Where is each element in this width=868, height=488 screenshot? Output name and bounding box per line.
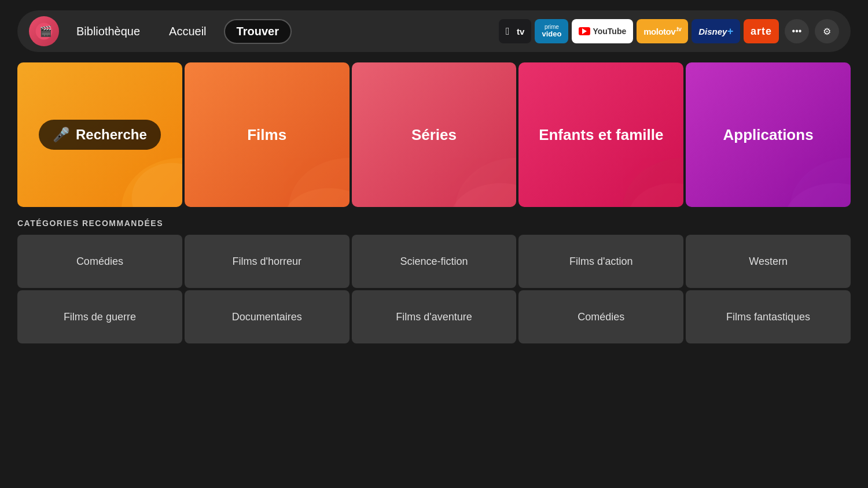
nav-trouver[interactable]: Trouver xyxy=(224,19,292,44)
tile-recherche[interactable]: 🎤 Recherche xyxy=(17,62,182,207)
microphone-icon: 🎤 xyxy=(53,127,70,143)
films-label: Films xyxy=(247,126,286,144)
applications-label: Applications xyxy=(723,126,814,144)
svg-text:🎬: 🎬 xyxy=(39,25,52,38)
category-tile[interactable]: Comédies xyxy=(17,235,182,288)
app-logo[interactable]: 🎬 xyxy=(29,16,59,46)
category-tile[interactable]: Documentaires xyxy=(185,290,350,343)
series-label: Séries xyxy=(411,126,457,144)
categories-section: CATÉGORIES RECOMMANDÉES ComédiesFilms d'… xyxy=(17,219,851,343)
nav-accueil[interactable]: Accueil xyxy=(157,20,218,43)
category-tile[interactable]: Films d'horreur xyxy=(185,235,350,288)
service-logos:  tv prime video YouTube molotov.tv Disn… xyxy=(499,19,779,43)
categories-title: CATÉGORIES RECOMMANDÉES xyxy=(17,219,851,228)
category-tile[interactable]: Films d'action xyxy=(518,235,683,288)
enfants-label: Enfants et famille xyxy=(539,126,663,144)
category-tile[interactable]: Films d'aventure xyxy=(352,290,517,343)
category-tile[interactable]: Films de guerre xyxy=(17,290,182,343)
tile-applications[interactable]: Applications xyxy=(686,62,851,207)
tile-enfants[interactable]: Enfants et famille xyxy=(518,62,683,207)
category-tile[interactable]: Films fantastiques xyxy=(686,290,851,343)
settings-button[interactable]: ⚙ xyxy=(815,19,839,43)
main-tiles-grid: 🎤 Recherche Films Séries Enfants et fami… xyxy=(17,62,851,207)
service-appletv[interactable]:  tv xyxy=(499,19,531,43)
youtube-logo: YouTube xyxy=(579,27,626,36)
category-tile[interactable]: Western xyxy=(686,235,851,288)
header: 🎬 Bibliothèque Accueil Trouver  tv prim… xyxy=(17,10,851,52)
service-disney[interactable]: Disney+ xyxy=(692,19,740,43)
tile-series[interactable]: Séries xyxy=(352,62,517,207)
category-tile[interactable]: Science-fiction xyxy=(352,235,517,288)
service-prime[interactable]: prime video xyxy=(535,19,568,43)
tile-films[interactable]: Films xyxy=(185,62,350,207)
svg-point-3 xyxy=(131,163,182,207)
nav-bibliotheque[interactable]: Bibliothèque xyxy=(65,20,152,43)
service-arte[interactable]: arte xyxy=(744,19,779,43)
service-molotov[interactable]: molotov.tv xyxy=(637,19,688,43)
service-youtube[interactable]: YouTube xyxy=(572,19,633,43)
more-button[interactable]: ••• xyxy=(785,19,809,43)
category-tile[interactable]: Comédies xyxy=(518,290,683,343)
categories-grid: ComédiesFilms d'horreurScience-fictionFi… xyxy=(17,235,851,343)
